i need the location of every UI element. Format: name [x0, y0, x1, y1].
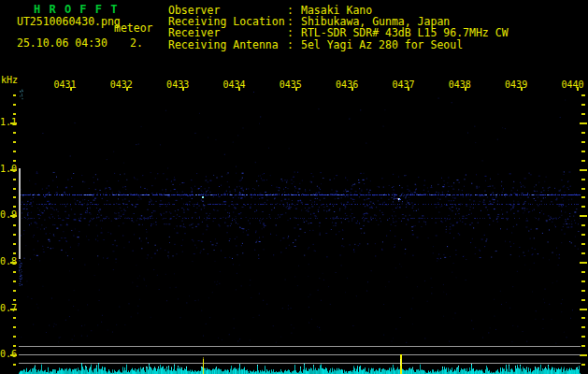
axis-tick	[581, 243, 585, 245]
axis-tick	[13, 188, 16, 190]
axis-tick	[581, 206, 585, 208]
axis-tick	[581, 160, 585, 162]
axis-tick	[580, 122, 587, 124]
axis-tick	[10, 262, 17, 264]
info-label: Receiving Antenna	[168, 39, 279, 50]
axis-tick	[13, 290, 16, 292]
axis-tick	[581, 299, 585, 301]
axis-tick	[581, 280, 585, 282]
axis-tick	[13, 132, 16, 134]
axis-tick	[13, 224, 16, 226]
axis-tick	[13, 317, 16, 319]
axis-tick	[10, 354, 17, 356]
axis-tick	[581, 252, 585, 254]
axis-tick	[10, 122, 17, 124]
mode-label: meteor	[114, 22, 153, 34]
axis-tick	[581, 94, 585, 96]
axis-tick	[581, 345, 585, 347]
axis-tick	[581, 179, 585, 180]
axis-tick	[13, 280, 16, 282]
info-colon: :	[287, 27, 294, 38]
output-filename: UT2510060430.png	[17, 16, 121, 27]
axis-tick	[13, 113, 16, 115]
axis-tick	[581, 326, 585, 328]
axis-tick	[10, 309, 17, 310]
axis-tick	[581, 141, 585, 143]
axis-tick	[581, 317, 585, 319]
axis-tick	[13, 234, 16, 236]
app-title: H R O F F T	[34, 3, 118, 16]
hrofft-screenshot: H R O F F T UT2510060430.png meteor 25.1…	[0, 0, 588, 374]
axis-tick	[13, 104, 16, 106]
axis-tick	[581, 132, 585, 134]
spectrogram-canvas	[19, 89, 581, 374]
axis-tick	[580, 215, 587, 217]
axis-tick	[581, 336, 585, 338]
axis-tick	[581, 196, 585, 198]
axis-tick	[581, 271, 585, 273]
axis-tick	[13, 196, 16, 198]
axis-tick	[581, 224, 585, 226]
axis-tick	[10, 169, 17, 171]
axis-tick	[13, 326, 16, 328]
axis-tick	[13, 336, 16, 338]
axis-tick	[580, 262, 587, 264]
axis-tick	[581, 113, 585, 115]
axis-tick	[13, 364, 16, 366]
axis-tick	[13, 179, 16, 180]
axis-tick	[13, 299, 16, 301]
axis-tick	[581, 151, 585, 152]
axis-tick	[581, 364, 585, 366]
axis-tick	[13, 243, 16, 245]
axis-tick	[13, 252, 16, 254]
freq-unit-label: kHz	[1, 75, 18, 85]
info-label: Receiver	[168, 27, 220, 38]
axis-tick	[13, 271, 16, 273]
axis-tick	[13, 151, 16, 152]
axis-tick	[581, 234, 585, 236]
axis-tick	[581, 188, 585, 190]
axis-tick	[13, 141, 16, 143]
axis-tick	[13, 94, 16, 96]
minute-counter: 2.	[130, 37, 143, 49]
axis-tick	[13, 345, 16, 347]
axis-tick	[580, 309, 587, 310]
axis-tick	[10, 215, 17, 217]
axis-tick	[580, 354, 587, 356]
date-time: 25.10.06 04:30	[17, 37, 108, 49]
info-value: RTL-SDR SDR# 43dB L15 96.7MHz CW	[301, 27, 509, 38]
axis-tick	[580, 169, 587, 171]
axis-tick	[581, 290, 585, 292]
info-value: 5el Yagi Az 280 for Seoul	[301, 39, 463, 50]
axis-tick	[13, 206, 16, 208]
axis-tick	[13, 160, 16, 162]
info-colon: :	[287, 39, 294, 50]
axis-tick	[581, 104, 585, 106]
